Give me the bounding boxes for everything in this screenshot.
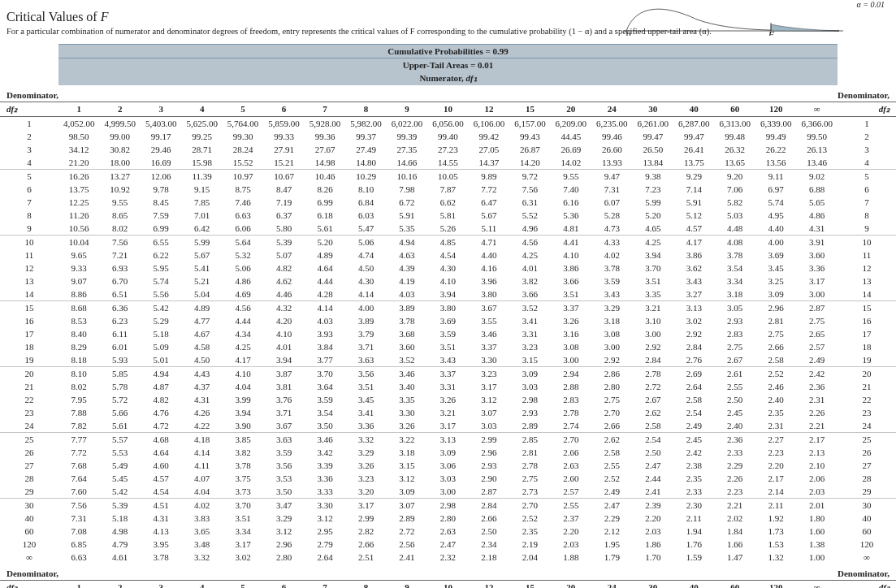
cell: 99.36 (305, 130, 345, 143)
cell: 3.81 (263, 380, 304, 393)
cell: 3.86 (551, 262, 591, 275)
cell: 4.37 (181, 380, 222, 393)
cell: 2.81 (509, 446, 550, 459)
cell: 21.20 (58, 156, 99, 170)
cell: 2.10 (796, 459, 838, 472)
cell: 7.46 (223, 196, 263, 209)
cell: 7.01 (181, 209, 222, 222)
cell: 2.45 (673, 432, 714, 446)
df-right: 15 (838, 300, 896, 314)
cell: 4.46 (263, 288, 304, 301)
cell: 4.32 (263, 300, 304, 314)
cell: 10.92 (99, 183, 140, 196)
cell: 26.69 (551, 143, 591, 156)
cell: 2.03 (633, 525, 673, 538)
cell: 6,235.00 (591, 116, 632, 130)
df-left: 10 (0, 235, 58, 249)
cell: 3.00 (427, 485, 468, 499)
cell: 3.18 (387, 446, 427, 459)
col-header-24: 24 (591, 102, 632, 116)
cell: 2.90 (469, 472, 509, 485)
cell: 9.55 (99, 196, 140, 209)
cell: 6.63 (58, 551, 99, 564)
cell: 3.12 (263, 525, 304, 538)
cell: 4.25 (633, 235, 673, 249)
cell: 3.26 (427, 393, 468, 406)
cell: 26.41 (673, 143, 714, 156)
cell: 4.62 (263, 275, 304, 288)
cell: 2.57 (551, 485, 591, 499)
cell: 1.88 (551, 551, 591, 564)
cell: 2.81 (755, 314, 796, 327)
cell: 5.47 (345, 222, 386, 236)
cell: 9.33 (58, 262, 99, 275)
df-right: 21 (838, 380, 896, 393)
cell: 4.87 (141, 380, 181, 393)
table-row: 298.5099.0099.1799.2599.3099.3399.3699.3… (0, 130, 896, 143)
cell: 2.01 (796, 498, 838, 512)
cell: 3.00 (796, 288, 838, 301)
cell: 4.96 (509, 222, 550, 236)
cell: 2.52 (591, 472, 632, 485)
cell: 2.42 (796, 366, 838, 380)
df-left: 7 (0, 196, 58, 209)
cell: 2.06 (796, 472, 838, 485)
cell: 3.36 (796, 262, 838, 275)
cell: 2.36 (715, 432, 755, 446)
cell: 3.60 (796, 249, 838, 262)
cell: 8.18 (58, 353, 99, 367)
cell: 5.39 (99, 498, 140, 512)
cell: 5.99 (181, 235, 222, 249)
cell: 13.65 (715, 156, 755, 170)
df-right: 19 (838, 353, 896, 367)
cell: 7.56 (509, 183, 550, 196)
df-left: 28 (0, 472, 58, 485)
df-left: 120 (0, 538, 58, 551)
cell: 3.86 (673, 249, 714, 262)
cell: 3.30 (387, 406, 427, 419)
cell: 3.25 (755, 275, 796, 288)
cell: 5.01 (141, 353, 181, 367)
cell: 1.59 (673, 551, 714, 564)
cell: 4.65 (633, 222, 673, 236)
cell: 1.73 (755, 525, 796, 538)
col-footer-8: 8 (345, 580, 386, 588)
cell: 2.84 (633, 353, 673, 367)
cell: 2.42 (673, 446, 714, 459)
cell: 9.47 (591, 169, 632, 183)
cell: 3.03 (469, 419, 509, 433)
cell: 2.17 (796, 432, 838, 446)
cell: 4.39 (387, 262, 427, 275)
cell: 2.67 (715, 353, 755, 367)
df-left: 11 (0, 249, 58, 262)
cell: 2.40 (715, 419, 755, 433)
cell: 2.50 (469, 525, 509, 538)
cell: 6.63 (223, 209, 263, 222)
table-row: 208.105.854.944.434.103.873.703.563.463.… (0, 366, 896, 380)
cell: 3.63 (263, 432, 304, 446)
cell: 11.26 (58, 209, 99, 222)
df-left: 5 (0, 169, 58, 183)
cell: 4.16 (469, 262, 509, 275)
cell: 2.23 (755, 446, 796, 459)
cell: 3.17 (796, 275, 838, 288)
cell: 14.98 (305, 156, 345, 170)
cell: 4.30 (345, 275, 386, 288)
cell: 2.57 (796, 340, 838, 353)
cell: 4.89 (305, 249, 345, 262)
cell: 4.74 (345, 249, 386, 262)
table-row: 607.084.984.133.653.343.122.952.822.722.… (0, 525, 896, 538)
col-footer-60: 60 (715, 580, 755, 588)
cell: 3.09 (427, 446, 468, 459)
cell: 2.58 (755, 353, 796, 367)
cell: 4.04 (181, 485, 222, 499)
cell: 3.46 (387, 366, 427, 380)
cell: 3.99 (223, 393, 263, 406)
cell: 4.07 (181, 472, 222, 485)
denom-foot-left: Denominator, (0, 567, 58, 581)
cell: 4.79 (99, 538, 140, 551)
cell: 2.74 (551, 419, 591, 433)
cell: 5.99 (633, 196, 673, 209)
cell: 2.63 (551, 459, 591, 472)
col-header-10: 10 (427, 102, 468, 116)
